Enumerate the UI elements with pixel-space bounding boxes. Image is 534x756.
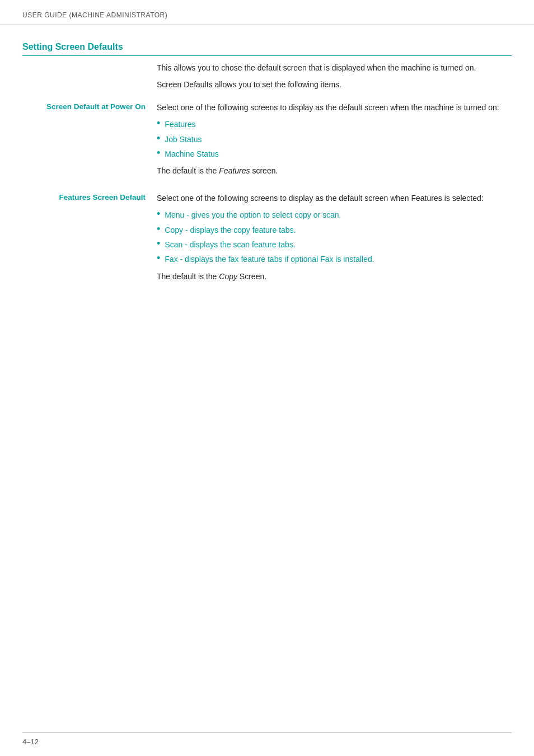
entry-features-screen-default: Features Screen Default Select one of th… (22, 192, 512, 287)
bullet-text-copy: Copy - displays the copy feature tabs. (165, 224, 296, 236)
bullet-dot-fax: • (157, 252, 160, 265)
page-header: User Guide (Machine Administrator) (0, 0, 534, 25)
bullet-dot-3: • (157, 147, 160, 159)
intro-para1: This allows you to chose the default scr… (157, 62, 512, 74)
bullet-text-machine-status: Machine Status (165, 148, 219, 160)
bullet-text-features: Features (165, 118, 195, 130)
intro-content: This allows you to chose the default scr… (157, 62, 512, 96)
screen-default-footer: The default is the Features screen. (157, 165, 512, 177)
features-default-footer-italic: Copy (219, 272, 237, 281)
screen-default-bullets: • Features • Job Status • Machine Status (157, 118, 512, 160)
bullet-dot-1: • (157, 118, 160, 130)
bullet-copy: • Copy - displays the copy feature tabs. (157, 224, 512, 236)
content-screen-default-power-on: Select one of the following screens to d… (157, 101, 512, 182)
section-title: Setting Screen Defaults (22, 42, 512, 56)
bullet-features: • Features (157, 118, 512, 130)
screen-default-footer-italic: Features (219, 166, 250, 175)
features-default-footer-text2: Screen. (237, 272, 266, 281)
content-features-screen-default: Select one of the following screens to d… (157, 192, 512, 287)
intro-spacer (22, 62, 157, 96)
bullet-fax: • Fax - displays the fax feature tabs if… (157, 253, 512, 265)
bullet-text-scan: Scan - displays the scan feature tabs. (165, 238, 295, 251)
features-default-footer: The default is the Copy Screen. (157, 270, 512, 283)
features-default-intro: Select one of the following screens to d… (157, 192, 512, 204)
entry-screen-default-power-on: Screen Default at Power On Select one of… (22, 101, 512, 182)
features-default-bullets: • Menu - gives you the option to select … (157, 209, 512, 266)
bullet-text-fax: Fax - displays the fax feature tabs if o… (165, 253, 374, 265)
bullet-dot-2: • (157, 133, 160, 145)
screen-default-intro: Select one of the following screens to d… (157, 101, 512, 114)
intro-block: This allows you to chose the default scr… (22, 62, 512, 96)
screen-default-footer-text: The default is the (157, 166, 219, 175)
label-screen-default-power-on: Screen Default at Power On (22, 101, 157, 182)
page-footer: 4–12 (22, 732, 512, 746)
bullet-dot-scan: • (157, 238, 160, 250)
page-number: 4–12 (22, 738, 39, 746)
bullet-dot-menu: • (157, 208, 160, 220)
bullet-text-job-status: Job Status (165, 133, 202, 145)
bullet-machine-status: • Machine Status (157, 148, 512, 160)
intro-para2: Screen Defaults allows you to set the fo… (157, 78, 512, 91)
label-features-screen-default: Features Screen Default (22, 192, 157, 287)
bullet-menu: • Menu - gives you the option to select … (157, 209, 512, 221)
features-default-footer-text: The default is the (157, 272, 219, 281)
bullet-dot-copy: • (157, 223, 160, 236)
screen-default-footer-text2: screen. (250, 166, 278, 175)
bullet-scan: • Scan - displays the scan feature tabs. (157, 238, 512, 251)
header-title: User Guide (Machine Administrator) (22, 11, 167, 19)
bullet-job-status: • Job Status (157, 133, 512, 145)
bullet-text-menu: Menu - gives you the option to select co… (165, 209, 341, 221)
main-content: Setting Screen Defaults This allows you … (0, 25, 534, 320)
page-container: User Guide (Machine Administrator) Setti… (0, 0, 534, 756)
